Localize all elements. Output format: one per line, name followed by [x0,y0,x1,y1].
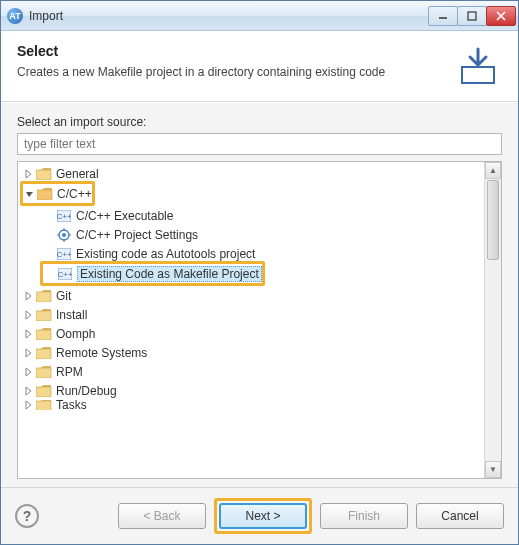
tree-item-label: General [56,167,99,181]
svg-point-10 [62,233,66,237]
settings-icon [56,228,72,242]
tree-item-label: Existing Code as Makefile Project [77,266,262,282]
tree-item-label: Run/Debug [56,384,117,398]
svg-rect-20 [36,311,51,321]
tree-item-label: RPM [56,365,83,379]
svg-text:C++: C++ [57,250,71,259]
c-proj-icon: C++ [56,247,72,261]
help-button[interactable]: ? [15,504,39,528]
expander-icon[interactable] [22,400,36,410]
finish-button[interactable]: Finish [320,503,408,529]
app-icon: AT [7,8,23,24]
expander-icon[interactable] [22,327,36,341]
svg-rect-4 [462,67,494,83]
expander-icon[interactable] [22,308,36,322]
back-button[interactable]: < Back [118,503,206,529]
tree-item-label: C/C++ Project Settings [76,228,198,242]
page-description: Creates a new Makefile project in a dire… [17,65,444,79]
wizard-header: Select Creates a new Makefile project in… [1,31,518,102]
folder-icon [36,308,52,322]
tree-folder[interactable]: Install [18,305,484,324]
close-button[interactable] [486,6,516,26]
folder-icon [36,289,52,303]
tree-item-label: C/C++ Executable [76,209,173,223]
folder-icon [36,167,52,181]
c-exec-icon: C++ [56,209,72,223]
expander-icon[interactable] [22,167,36,181]
cancel-button[interactable]: Cancel [416,503,504,529]
tree-item-label: C/C++ [57,187,92,201]
tree-item-label: Git [56,289,71,303]
spacer [42,209,56,223]
tree-item-label: Remote Systems [56,346,147,360]
tree-folder[interactable]: Git [18,286,484,305]
spacer [43,267,57,281]
import-dialog: AT Import Select Creates a new Makefile … [0,0,519,545]
tree-folder[interactable]: Remote Systems [18,343,484,362]
svg-rect-25 [36,401,51,410]
spacer [42,228,56,242]
svg-rect-21 [36,330,51,340]
folder-icon [36,327,52,341]
wizard-body: Select an import source: GeneralC/C++C++… [1,102,518,487]
folder-icon [36,365,52,379]
button-bar: ? < Back Next > Finish Cancel [1,487,518,544]
svg-rect-24 [36,387,51,397]
tree-folder[interactable]: RPM [18,362,484,381]
expander-icon[interactable] [22,365,36,379]
expander-icon[interactable] [22,384,36,398]
tree-item-label: Existing code as Autotools project [76,247,255,261]
expander-icon[interactable] [22,346,36,360]
scrollbar[interactable]: ▲ ▼ [484,162,501,478]
svg-rect-1 [468,12,476,20]
tree-folder[interactable]: Run/Debug [18,381,484,400]
tree-folder[interactable]: Tasks [18,400,484,410]
next-button[interactable]: Next > [219,503,307,529]
titlebar: AT Import [1,1,518,31]
tree-folder[interactable]: Oomph [18,324,484,343]
expander-icon[interactable] [23,187,37,201]
scroll-thumb[interactable] [487,180,499,260]
tree-item-label: Oomph [56,327,95,341]
page-title: Select [17,43,444,59]
next-highlight: Next > [214,498,312,534]
import-tree[interactable]: GeneralC/C++C++C/C++ ExecutableC/C++ Pro… [18,162,484,478]
window-controls [429,6,516,26]
filter-input[interactable] [17,133,502,155]
scroll-up-icon[interactable]: ▲ [485,162,501,179]
svg-text:C++: C++ [57,212,71,221]
svg-rect-19 [36,292,51,302]
tree-leaf[interactable]: C++C/C++ Executable [18,206,484,225]
tree-container: GeneralC/C++C++C/C++ ExecutableC/C++ Pro… [17,161,502,479]
maximize-button[interactable] [457,6,487,26]
annotation-highlight: C++Existing Code as Makefile Project [40,261,265,286]
svg-rect-22 [36,349,51,359]
folder-icon [37,187,53,201]
folder-icon [36,384,52,398]
tree-leaf[interactable]: C/C++ Project Settings [18,225,484,244]
svg-rect-23 [36,368,51,378]
tree-item-label: Tasks [56,400,87,410]
annotation-highlight: C/C++ [20,181,95,206]
scroll-down-icon[interactable]: ▼ [485,461,501,478]
svg-rect-5 [36,170,51,180]
svg-rect-6 [37,190,52,200]
expander-icon[interactable] [22,289,36,303]
folder-icon [36,346,52,360]
c-proj-icon: C++ [57,267,73,281]
svg-text:C++: C++ [58,270,72,279]
tree-item-label: Install [56,308,87,322]
minimize-button[interactable] [428,6,458,26]
spacer [42,247,56,261]
source-label: Select an import source: [17,115,502,129]
import-icon [454,43,502,91]
window-title: Import [29,9,429,23]
folder-icon [36,400,52,410]
